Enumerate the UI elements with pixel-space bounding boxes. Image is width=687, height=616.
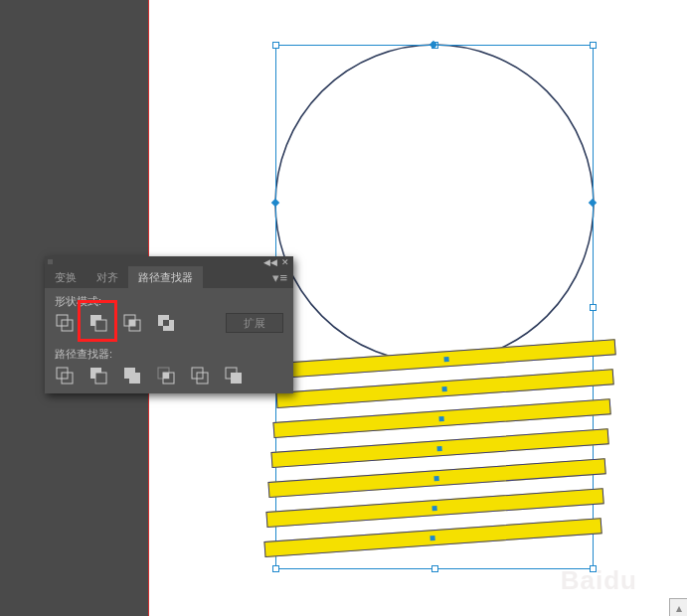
panel-titlebar[interactable]: ◀◀ ✕ <box>45 256 293 266</box>
svg-rect-3 <box>95 320 106 331</box>
minus-front-icon <box>89 314 107 332</box>
crop-icon <box>157 367 175 385</box>
shape-modes-label: 形状模式: <box>45 288 293 313</box>
watermark-text: Baidu <box>561 565 637 596</box>
minus-back-button[interactable] <box>224 366 244 385</box>
trim-button[interactable] <box>88 366 108 385</box>
panel-tabbar: 变换 对齐 路径查找器 ▾≡ <box>45 266 293 288</box>
merge-button[interactable] <box>122 366 142 385</box>
crop-button[interactable] <box>156 366 176 385</box>
scrollbar-corner[interactable]: ▴ <box>669 598 687 616</box>
minus-front-button[interactable] <box>88 313 108 333</box>
divide-icon <box>56 367 74 385</box>
intersect-button[interactable] <box>122 313 142 333</box>
exclude-icon <box>157 314 175 332</box>
svg-rect-22 <box>231 373 242 384</box>
intersect-icon <box>123 314 141 332</box>
panel-grip-icon <box>48 259 53 264</box>
svg-rect-6 <box>129 320 135 326</box>
pathfinders-label: 路径查找器: <box>45 341 293 366</box>
unite-icon <box>56 314 74 332</box>
merge-icon <box>123 367 141 385</box>
svg-rect-18 <box>163 373 169 379</box>
exclude-button[interactable] <box>156 313 176 333</box>
outline-icon <box>191 367 209 385</box>
shape-modes-row: 扩展 <box>45 313 293 341</box>
pathfinder-panel[interactable]: ◀◀ ✕ 变换 对齐 路径查找器 ▾≡ 形状模式: 扩展 路径查找器: <box>45 256 293 393</box>
panel-menu-icon[interactable]: ▾≡ <box>272 270 287 285</box>
unite-button[interactable] <box>55 313 75 333</box>
svg-rect-13 <box>95 373 106 384</box>
divide-button[interactable] <box>55 366 75 385</box>
svg-rect-9 <box>163 320 169 326</box>
expand-button[interactable]: 扩展 <box>226 313 283 333</box>
trim-icon <box>89 367 107 385</box>
tab-align[interactable]: 对齐 <box>86 266 128 288</box>
tab-pathfinder[interactable]: 路径查找器 <box>128 266 203 288</box>
pathfinders-row <box>45 366 293 393</box>
svg-rect-15 <box>129 373 140 384</box>
minus-back-icon <box>225 367 243 385</box>
outline-button[interactable] <box>190 366 210 385</box>
tab-transform[interactable]: 变换 <box>45 266 86 288</box>
